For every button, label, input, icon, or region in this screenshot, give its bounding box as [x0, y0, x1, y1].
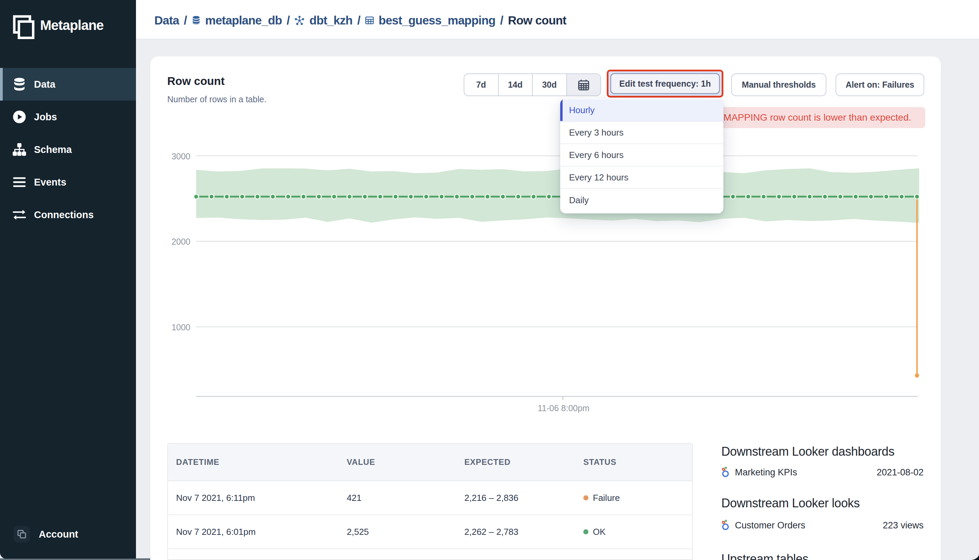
svg-text:11-06 8:00pm: 11-06 8:00pm — [538, 403, 589, 413]
svg-text:2000: 2000 — [171, 237, 190, 247]
svg-text:3000: 3000 — [171, 152, 190, 161]
svg-text:1000: 1000 — [171, 322, 190, 332]
